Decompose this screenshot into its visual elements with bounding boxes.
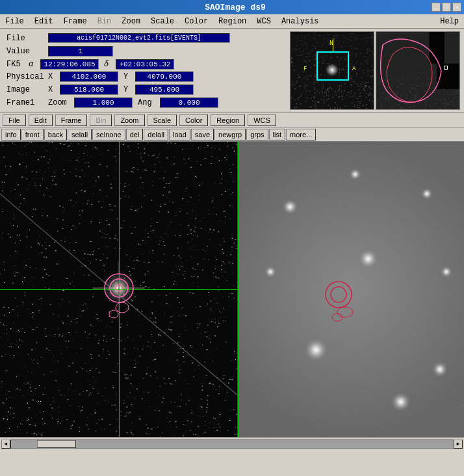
alpha-symbol: α [29,60,38,69]
physical-label: Physical [6,72,45,81]
value-label: Value [6,47,45,56]
btn-selall[interactable]: selall [68,129,92,140]
btn-more[interactable]: more... [286,129,316,140]
fk5-label: FK5 [6,60,26,69]
menu-zoom[interactable]: Zoom [119,17,143,26]
contour-overlay [376,32,459,109]
btn-front[interactable]: front [21,129,44,140]
tb2-edit[interactable]: Edit [29,114,53,126]
image-y-value: 495.000 [135,85,194,95]
scroll-left-btn[interactable]: ◄ [1,440,10,449]
menu-frame[interactable]: Frame [61,17,90,26]
phys-x-label: X [48,72,57,81]
close-button[interactable]: ✕ [452,3,461,12]
alpha-value: 12:29:06.085 [40,59,99,70]
btn-grps[interactable]: grps [246,129,268,140]
file-value: acisf01712N002_evt2.fits[EVENTS] [48,33,230,43]
scrollbar-track[interactable] [10,440,454,449]
tb2-bin[interactable]: Bin [90,114,112,126]
btn-del[interactable]: del [126,129,144,140]
minimize-button[interactable]: _ [432,3,441,12]
tb2-region[interactable]: Region [211,114,245,126]
menu-wcs[interactable]: WCS [254,17,274,26]
tb2-color[interactable]: Color [179,114,208,126]
scrollbar-thumb[interactable] [37,440,76,448]
delta-symbol: δ [104,60,113,69]
tb2-scale[interactable]: Scale [148,114,177,126]
btn-delall[interactable]: delall [144,129,168,140]
toolbar2: File Edit Frame Bin Zoom Scale Color Reg… [0,113,464,127]
menu-color[interactable]: Color [182,17,211,26]
value-value: 1 [48,46,113,57]
info-previews: N F A [289,30,461,111]
btn-load[interactable]: load [169,129,190,140]
region-toolbar: info front back selall selnone del delal… [0,127,464,142]
delta-value: +02:03:05.32 [116,59,174,70]
menu-scale[interactable]: Scale [148,17,177,26]
ang-value: 0.000 [160,98,218,108]
scroll-right-btn[interactable]: ► [454,440,463,449]
btn-list[interactable]: list [269,129,285,140]
scrollbar-area: ◄ ► [0,437,464,450]
preview-right [376,31,460,110]
menu-analysis[interactable]: Analysis [279,17,322,26]
preview-left: N F A [290,31,374,110]
btn-back[interactable]: back [44,129,67,140]
btn-selnone[interactable]: selnone [92,129,125,140]
title-bar: SAOImage ds9 _ □ ✕ [0,0,464,14]
image-y-label: Y [123,85,133,94]
zoom-label: Zoom [48,98,71,107]
right-image-panel[interactable] [238,142,464,437]
menu-edit[interactable]: Edit [32,17,56,26]
info-panel: File acisf01712N002_evt2.fits[EVENTS] Va… [0,29,464,113]
menu-file[interactable]: File [3,17,27,26]
phys-y-value: 4079.000 [135,72,194,82]
tb2-wcs[interactable]: WCS [248,114,276,126]
image-x-label: X [48,85,57,94]
maximize-button[interactable]: □ [442,3,451,12]
zoom-value: 1.000 [74,98,133,108]
file-label: File [6,34,45,43]
left-image-panel[interactable] [0,142,238,437]
image-x-value: 518.000 [60,85,118,95]
image-label: Image [6,85,45,94]
ang-label: Ang [138,98,157,107]
main-image-area[interactable] [0,142,464,437]
menu-region[interactable]: Region [216,17,249,26]
btn-info[interactable]: info [1,129,21,140]
menu-help[interactable]: Help [437,17,461,26]
phys-y-label: Y [123,72,133,81]
frame1-label: Frame1 [6,98,45,107]
phys-x-value: 4102.000 [60,72,118,82]
btn-newgrp[interactable]: newgrp [214,129,246,140]
menu-bar: File Edit Frame Bin Zoom Scale Color Reg… [0,14,464,29]
tb2-file[interactable]: File [3,114,26,126]
btn-save[interactable]: save [191,129,214,140]
menu-bin[interactable]: Bin [95,17,114,26]
app-title: SAOImage ds9 [39,3,432,12]
tb2-frame[interactable]: Frame [55,114,88,126]
tb2-zoom[interactable]: Zoom [114,114,144,126]
